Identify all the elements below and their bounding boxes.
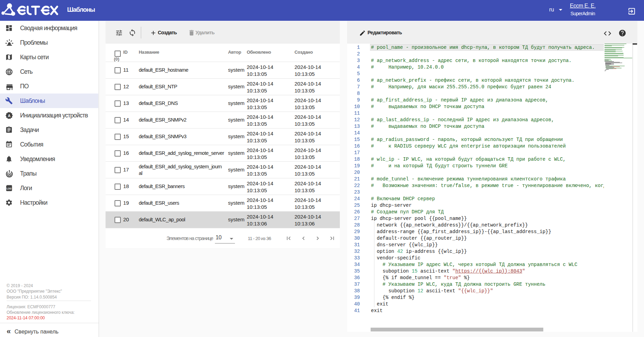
svg-text:A: A [8, 114, 11, 118]
svg-text:LOG: LOG [7, 187, 11, 190]
